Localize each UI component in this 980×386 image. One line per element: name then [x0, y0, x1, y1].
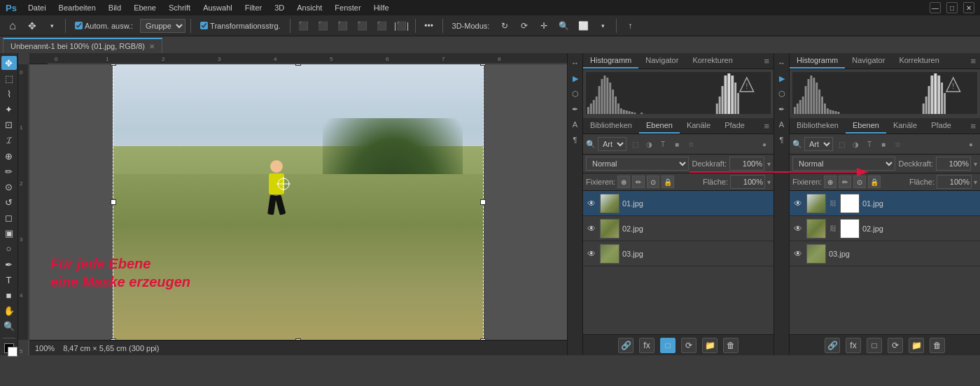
fix-btn-paint[interactable]: ✏	[632, 176, 645, 188]
layer-list-2[interactable]: 👁 ⛓ 01.jpg 👁	[790, 191, 980, 334]
menu-auswahl[interactable]: Auswahl	[199, 3, 237, 12]
menu-ebene[interactable]: Ebene	[130, 3, 160, 12]
panel-mini-hex-2[interactable]: ⬡	[775, 87, 789, 101]
minimize-button[interactable]: —	[930, 2, 941, 13]
opacity-arrow-2[interactable]: ▾	[974, 160, 977, 168]
auto-select-checkbox[interactable]	[75, 22, 83, 29]
hand-tool[interactable]: ✋	[1, 304, 17, 318]
shape-tool[interactable]: ■	[1, 288, 17, 302]
panel-btn-link-2[interactable]: 🔗	[825, 338, 840, 353]
brush-tool[interactable]: ✏	[1, 164, 17, 178]
layer-icon-pixel-2[interactable]: ⬚	[835, 138, 848, 150]
move-tool-button[interactable]: ✥	[24, 18, 41, 34]
panel-btn-fx-2[interactable]: fx	[846, 338, 861, 353]
eyedropper-tool[interactable]: 𝓘	[1, 134, 17, 148]
panel-mini-pen[interactable]: ✒	[568, 102, 582, 116]
select-tool[interactable]: ⬚	[1, 71, 17, 85]
layer-eye-1-1[interactable]: 👁	[586, 198, 597, 209]
healing-tool[interactable]: ⊕	[1, 149, 17, 163]
tab-libraries-1[interactable]: Bibliotheken	[583, 118, 639, 134]
layer-eye-1-2[interactable]: 👁	[586, 223, 597, 234]
tab-layers-1[interactable]: Ebenen	[639, 118, 680, 134]
fix-btn-artboard-2[interactable]: 🔒	[868, 176, 881, 188]
layer-eye-2-1[interactable]: 👁	[792, 198, 804, 209]
menu-bearbeiten[interactable]: Bearbeiten	[55, 3, 100, 12]
home-button[interactable]: ⌂	[4, 18, 21, 34]
gradient-tool[interactable]: ▣	[1, 227, 17, 241]
distribute2-button[interactable]: ⬛	[374, 18, 391, 34]
tab-corrections-2[interactable]: Korrekturen	[892, 53, 946, 69]
align-right-button[interactable]: ⬛	[335, 18, 351, 34]
layer-search-select-2[interactable]: Art	[804, 137, 833, 151]
layer-item-2-1[interactable]: 👁 ⛓ 01.jpg	[790, 191, 980, 216]
menu-fenster[interactable]: Fenster	[330, 3, 365, 12]
panel-mini-para-2[interactable]: ¶	[775, 133, 789, 147]
tab-libraries-2[interactable]: Bibliotheken	[790, 118, 846, 134]
tab-paths-2[interactable]: Pfade	[924, 118, 958, 134]
layer-eye-2-3[interactable]: 👁	[792, 248, 804, 259]
menu-filter[interactable]: Filter	[241, 3, 266, 12]
more-button[interactable]: •••	[421, 18, 438, 34]
lasso-tool[interactable]: ⌇	[1, 87, 17, 101]
foreground-color[interactable]	[1, 341, 17, 355]
tab-channels-2[interactable]: Kanäle	[886, 118, 924, 134]
blend-select-1[interactable]: Normal	[586, 157, 689, 171]
document-tab-close[interactable]: ✕	[149, 43, 155, 50]
share-button[interactable]: ↑	[622, 18, 638, 34]
fix-btn-transform[interactable]: ⊙	[647, 176, 659, 188]
panel-mini-hex[interactable]: ⬡	[568, 87, 582, 101]
panel-btn-mask-2[interactable]: □	[867, 338, 882, 353]
threed-orbit[interactable]: ↻	[496, 18, 513, 34]
tab-channels-1[interactable]: Kanäle	[680, 118, 718, 134]
panel-btn-adjust-1[interactable]: ⟳	[681, 338, 696, 353]
transform-checkbox[interactable]	[200, 22, 208, 29]
opacity-input-1[interactable]	[729, 157, 764, 171]
tab-layers-2[interactable]: Ebenen	[846, 118, 886, 134]
fill-input-2[interactable]	[937, 175, 972, 189]
layer-icon-text-2[interactable]: T	[863, 138, 876, 150]
layer-item-1-1[interactable]: 👁 01.jpg	[583, 191, 774, 216]
panel-btn-delete-1[interactable]: 🗑	[723, 338, 738, 353]
layer-filter-toggle-2[interactable]: ●	[965, 138, 977, 150]
tab-navigator-1[interactable]: Navigator	[638, 53, 685, 69]
layer-icon-pixel[interactable]: ⬚	[629, 138, 641, 150]
menu-ansicht[interactable]: Ansicht	[293, 3, 326, 12]
layer-item-1-2[interactable]: 👁 02.jpg	[583, 216, 774, 241]
threed-pan[interactable]: ✛	[536, 18, 552, 34]
layer-filter-toggle[interactable]: ●	[758, 138, 771, 150]
menu-3d[interactable]: 3D	[270, 3, 288, 12]
layer-item-2-2[interactable]: 👁 ⛓ 02.jpg	[790, 216, 980, 241]
layer-eye-1-3[interactable]: 👁	[586, 248, 597, 259]
menu-bild[interactable]: Bild	[104, 3, 125, 12]
panel-mini-move[interactable]: ↔	[568, 56, 582, 70]
panel-mini-move-2[interactable]: ↔	[775, 56, 789, 70]
panel-btn-adjust-2[interactable]: ⟳	[888, 338, 903, 353]
fix-btn-artboard[interactable]: 🔒	[662, 176, 674, 188]
panel-btn-delete-2[interactable]: 🗑	[930, 338, 945, 353]
handle-mr[interactable]	[480, 199, 486, 205]
opacity-arrow-1[interactable]: ▾	[767, 160, 771, 168]
tab-histogram-2[interactable]: Histogramm	[790, 53, 845, 69]
handle-ml[interactable]	[111, 199, 116, 205]
pen-tool[interactable]: ✒	[1, 257, 17, 271]
fix-btn-pos[interactable]: ⊕	[617, 176, 630, 188]
panel-1-layers-menu[interactable]: ≡	[760, 121, 774, 131]
close-button[interactable]: ✕	[963, 2, 974, 13]
threed-scale[interactable]: ⬜	[575, 18, 592, 34]
layer-icon-shape[interactable]: ■	[671, 138, 683, 150]
fix-btn-paint-2[interactable]: ✏	[839, 176, 851, 188]
opacity-input-2[interactable]	[936, 157, 971, 171]
distribute3-button[interactable]: |⬛|	[393, 18, 410, 34]
tab-paths-1[interactable]: Pfade	[718, 118, 752, 134]
panel-btn-group-1[interactable]: 📁	[702, 338, 718, 353]
layer-icon-shape-2[interactable]: ■	[877, 138, 890, 150]
threed-dropdown[interactable]: ▾	[594, 18, 611, 34]
threed-slide[interactable]: 🔍	[555, 18, 572, 34]
distribute-button[interactable]: ⬛	[354, 18, 371, 34]
history-tool[interactable]: ↺	[1, 195, 17, 209]
align-left-button[interactable]: ⬛	[295, 18, 312, 34]
layer-icon-text[interactable]: T	[657, 138, 669, 150]
tab-corrections-1[interactable]: Korrekturen	[685, 53, 739, 69]
fix-btn-transform-2[interactable]: ⊙	[853, 176, 866, 188]
panel-mini-play[interactable]: ▶	[568, 71, 582, 85]
